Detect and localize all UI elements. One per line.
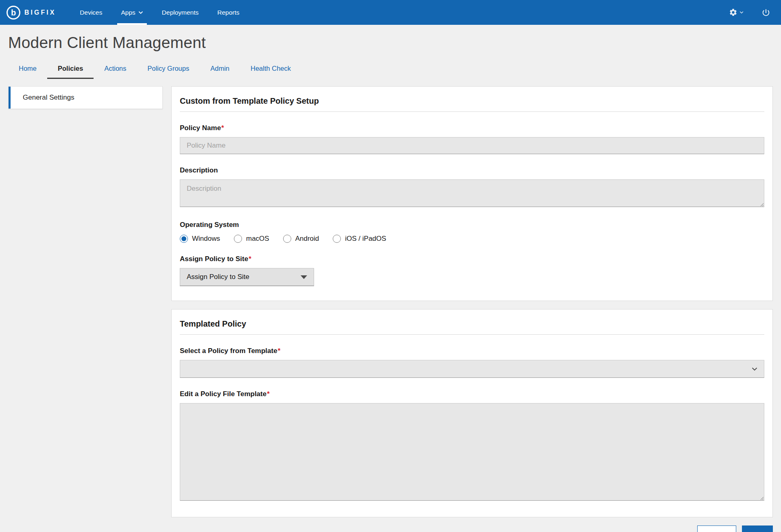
sidebar-item-label: General Settings bbox=[23, 94, 74, 102]
chevron-down-icon bbox=[752, 367, 757, 371]
page-title: Modern Client Management bbox=[0, 25, 781, 54]
required-asterisk: * bbox=[278, 347, 281, 355]
template-select-dropdown[interactable] bbox=[180, 360, 764, 378]
bigfix-logo[interactable]: b BIGFIX bbox=[7, 0, 56, 25]
nav-item-deployments[interactable]: Deployments bbox=[153, 0, 208, 25]
tab-policy-groups[interactable]: Policy Groups bbox=[137, 60, 200, 79]
os-radio[interactable] bbox=[180, 235, 188, 243]
templated-policy-card: Templated Policy Select a Policy from Te… bbox=[171, 309, 773, 517]
sidebar-item-general-settings[interactable]: General Settings bbox=[9, 87, 162, 109]
main-column: Custom from Template Policy Setup Policy… bbox=[171, 86, 773, 532]
policy-name-group: Policy Name* bbox=[180, 124, 764, 154]
cancel-button[interactable]: Cancel bbox=[697, 525, 736, 532]
os-option-label: macOS bbox=[246, 235, 269, 243]
template-editor-textarea[interactable] bbox=[180, 403, 764, 501]
nav-item-apps[interactable]: Apps bbox=[111, 0, 152, 25]
field-label-text: Assign Policy to Site bbox=[180, 255, 248, 263]
nav-item-label: Reports bbox=[217, 9, 239, 16]
content-area: General Settings Custom from Template Po… bbox=[0, 79, 781, 532]
policy-name-input[interactable] bbox=[180, 137, 764, 154]
template-select-label: Select a Policy from Template* bbox=[180, 347, 764, 355]
template-editor-label: Edit a Policy File Template* bbox=[180, 390, 764, 398]
required-asterisk: * bbox=[221, 124, 224, 132]
custom-template-policy-setup-card: Custom from Template Policy Setup Policy… bbox=[171, 86, 773, 301]
assign-site-label: Assign Policy to Site* bbox=[180, 255, 764, 263]
save-button[interactable]: Save bbox=[742, 525, 773, 532]
os-option-label: iOS / iPadOS bbox=[345, 235, 386, 243]
os-radio[interactable] bbox=[283, 235, 291, 243]
policy-name-label: Policy Name* bbox=[180, 124, 764, 132]
operating-system-group: Operating System Windows macOS Android bbox=[180, 221, 764, 243]
tab-health-check[interactable]: Health Check bbox=[240, 60, 301, 79]
operating-system-label: Operating System bbox=[180, 221, 764, 229]
os-option-macos[interactable]: macOS bbox=[234, 235, 269, 243]
tab-home[interactable]: Home bbox=[8, 60, 47, 79]
top-nav-bar: b BIGFIX Devices Apps Deployments Report… bbox=[0, 0, 781, 25]
os-radio[interactable] bbox=[333, 235, 341, 243]
gear-icon bbox=[729, 8, 737, 17]
chevron-down-icon bbox=[138, 11, 143, 14]
nav-item-reports[interactable]: Reports bbox=[208, 0, 249, 25]
os-option-windows[interactable]: Windows bbox=[180, 235, 220, 243]
os-radio-group: Windows macOS Android iOS / iPadOS bbox=[180, 235, 764, 243]
logout-power-button[interactable] bbox=[761, 8, 770, 17]
field-label-text: Edit a Policy File Template bbox=[180, 390, 266, 398]
os-option-label: Windows bbox=[192, 235, 220, 243]
template-editor-group: Edit a Policy File Template* bbox=[180, 390, 764, 502]
os-option-android[interactable]: Android bbox=[283, 235, 319, 243]
required-asterisk: * bbox=[249, 255, 251, 263]
assign-site-group: Assign Policy to Site* Assign Policy to … bbox=[180, 255, 764, 286]
brand-name: BIGFIX bbox=[24, 9, 56, 16]
nav-item-label: Apps bbox=[121, 9, 135, 16]
section-title-setup: Custom from Template Policy Setup bbox=[180, 96, 764, 112]
description-textarea[interactable] bbox=[180, 179, 764, 207]
os-option-ios-ipados[interactable]: iOS / iPadOS bbox=[333, 235, 386, 243]
settings-sidebar: General Settings bbox=[8, 86, 163, 109]
nav-item-label: Devices bbox=[80, 9, 102, 16]
os-option-label: Android bbox=[295, 235, 319, 243]
header-actions bbox=[729, 0, 770, 25]
bigfix-logo-icon: b bbox=[7, 6, 20, 20]
field-label-text: Description bbox=[180, 166, 218, 174]
form-actions: Cancel Save bbox=[171, 525, 773, 532]
tab-bar: Home Policies Actions Policy Groups Admi… bbox=[0, 60, 781, 79]
tab-actions[interactable]: Actions bbox=[94, 60, 137, 79]
description-group: Description bbox=[180, 166, 764, 209]
nav-item-label: Deployments bbox=[162, 9, 199, 16]
chevron-down-icon bbox=[740, 11, 744, 14]
settings-menu-button[interactable] bbox=[729, 8, 744, 17]
field-label-text: Select a Policy from Template bbox=[180, 347, 277, 355]
tab-policies[interactable]: Policies bbox=[47, 60, 94, 79]
required-asterisk: * bbox=[267, 390, 270, 398]
assign-site-dropdown[interactable]: Assign Policy to Site bbox=[180, 268, 314, 286]
template-select-group: Select a Policy from Template* bbox=[180, 347, 764, 378]
power-icon bbox=[761, 8, 770, 17]
nav-item-devices[interactable]: Devices bbox=[70, 0, 111, 25]
dropdown-arrow-icon bbox=[301, 275, 307, 279]
field-label-text: Policy Name bbox=[180, 124, 221, 132]
description-label: Description bbox=[180, 166, 764, 174]
assign-site-dropdown-value: Assign Policy to Site bbox=[187, 273, 249, 281]
os-radio[interactable] bbox=[234, 235, 242, 243]
section-title-templated: Templated Policy bbox=[180, 319, 764, 335]
main-navigation: Devices Apps Deployments Reports bbox=[70, 0, 249, 25]
field-label-text: Operating System bbox=[180, 221, 239, 229]
tab-admin[interactable]: Admin bbox=[200, 60, 240, 79]
